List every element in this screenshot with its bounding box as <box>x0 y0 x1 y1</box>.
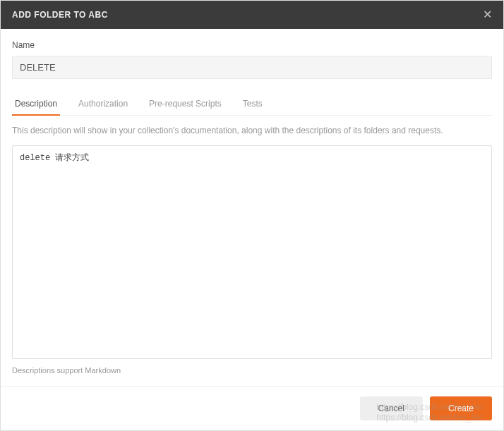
modal-title: ADD FOLDER TO ABC <box>12 10 108 20</box>
modal-footer: Cancel Create <box>1 386 503 430</box>
name-label: Name <box>12 40 492 50</box>
tab-authorization[interactable]: Authorization <box>76 93 131 116</box>
add-folder-modal: ADD FOLDER TO ABC ✕ Name Description Aut… <box>0 0 504 431</box>
close-icon[interactable]: ✕ <box>483 9 492 20</box>
markdown-hint: Descriptions support Markdown <box>12 366 492 375</box>
name-input[interactable] <box>12 56 492 79</box>
modal-header: ADD FOLDER TO ABC ✕ <box>1 1 503 29</box>
tab-prerequest-scripts[interactable]: Pre-request Scripts <box>146 93 224 116</box>
tab-bar: Description Authorization Pre-request Sc… <box>12 93 492 116</box>
modal-body: Name Description Authorization Pre-reque… <box>1 29 503 386</box>
tab-tests[interactable]: Tests <box>240 93 265 116</box>
description-textarea[interactable] <box>12 145 492 359</box>
description-hint: This description will show in your colle… <box>12 126 492 135</box>
tab-description[interactable]: Description <box>12 93 60 116</box>
cancel-button[interactable]: Cancel <box>360 396 423 420</box>
create-button[interactable]: Create <box>430 396 492 420</box>
